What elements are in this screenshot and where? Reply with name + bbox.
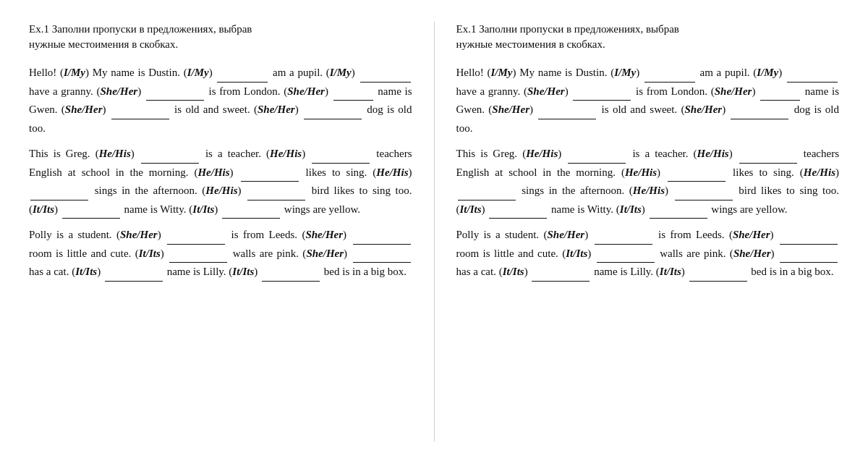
blank — [222, 218, 280, 219]
blank — [538, 119, 596, 119]
blank — [167, 244, 225, 245]
blank — [146, 100, 204, 101]
blank — [597, 262, 655, 263]
blank — [353, 244, 411, 245]
blank — [141, 163, 199, 164]
list-item: This is Greg. (He/His) is a teacher. (He… — [29, 145, 412, 219]
blank — [568, 163, 626, 164]
blank — [532, 281, 590, 282]
left-instruction: Ex.1 Заполни пропуски в предложениях, вы… — [29, 22, 412, 52]
blank — [30, 200, 88, 200]
list-item: This is Greg. (He/His) is a teacher. (He… — [456, 145, 840, 219]
blank — [353, 262, 411, 263]
blank — [262, 281, 320, 282]
blank — [241, 181, 299, 182]
blank — [595, 244, 652, 245]
blank — [731, 119, 788, 119]
blank — [650, 218, 707, 219]
blank — [489, 218, 547, 219]
blank — [458, 200, 516, 200]
blank — [169, 262, 227, 263]
list-item: Hello! (I/My) My name is Dustin. (I/My) … — [29, 64, 412, 138]
left-column: Ex.1 Заполни пропуски в предложениях, вы… — [14, 22, 435, 442]
blank — [312, 163, 370, 164]
blank — [675, 200, 733, 200]
blank — [668, 181, 726, 182]
blank — [644, 82, 695, 83]
right-exercise-list: Hello! (I/My) My name is Dustin. (I/My) … — [456, 64, 840, 282]
blank — [780, 262, 838, 263]
list-item: Polly is a student. (She/Her) is from Le… — [456, 226, 840, 282]
blank — [217, 82, 268, 83]
list-item: Polly is a student. (She/Her) is from Le… — [29, 226, 412, 282]
blank — [360, 82, 411, 83]
blank — [573, 100, 631, 101]
blank — [787, 82, 838, 83]
blank — [111, 119, 169, 119]
blank — [105, 281, 163, 282]
blank — [689, 281, 747, 282]
left-exercise-list: Hello! (I/My) My name is Dustin. (I/My) … — [29, 64, 412, 282]
blank — [739, 163, 797, 164]
blank — [333, 100, 373, 101]
blank — [780, 244, 838, 245]
blank — [760, 100, 800, 101]
blank — [62, 218, 120, 219]
blank — [247, 200, 305, 200]
right-instruction: Ex.1 Заполни пропуски в предложениях, вы… — [456, 22, 840, 52]
blank — [304, 119, 362, 119]
page-wrapper: Ex.1 Заполни пропуски в предложениях, вы… — [0, 0, 868, 456]
list-item: Hello! (I/My) My name is Dustin. (I/My) … — [456, 64, 840, 138]
right-column: Ex.1 Заполни пропуски в предложениях, вы… — [435, 22, 854, 442]
